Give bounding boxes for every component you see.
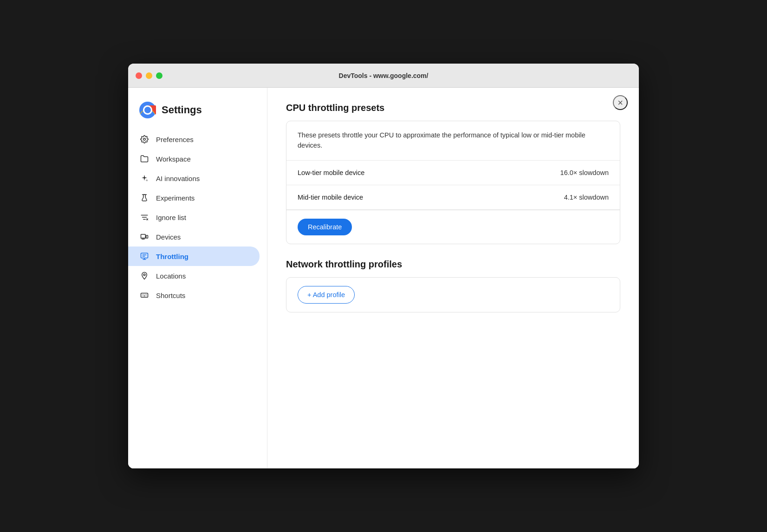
sidebar-item-ai-innovations[interactable]: AI innovations: [128, 169, 260, 188]
cpu-card-description: These presets throttle your CPU to appro…: [286, 121, 620, 161]
network-section-title: Network throttling profiles: [286, 259, 620, 270]
svg-rect-11: [146, 235, 148, 238]
network-throttling-card: + Add profile: [286, 277, 620, 312]
sidebar-item-experiments[interactable]: Experiments: [128, 188, 260, 208]
workspace-label: Workspace: [156, 155, 191, 163]
svg-point-2: [144, 107, 151, 113]
mid-tier-label: Mid-tier mobile device: [298, 194, 363, 201]
sidebar-item-throttling[interactable]: Throttling: [128, 247, 260, 266]
filter-x-icon: [139, 212, 150, 222]
devices-label: Devices: [156, 233, 181, 241]
svg-rect-16: [141, 293, 148, 298]
sidebar-item-locations[interactable]: Locations: [128, 266, 260, 285]
sidebar: Settings Preferences Workspa: [128, 88, 267, 468]
sidebar-item-workspace[interactable]: Workspace: [128, 149, 260, 169]
throttle-icon: [139, 251, 150, 261]
close-settings-button[interactable]: ×: [613, 95, 628, 110]
flask-icon: [139, 193, 150, 203]
sidebar-item-preferences[interactable]: Preferences: [128, 130, 260, 149]
traffic-lights: [136, 72, 162, 79]
recalibrate-button[interactable]: Recalibrate: [298, 219, 352, 235]
low-tier-label: Low-tier mobile device: [298, 169, 364, 176]
cpu-throttling-section: CPU throttling presets These presets thr…: [286, 103, 620, 244]
sidebar-item-devices[interactable]: Devices: [128, 227, 260, 247]
experiments-label: Experiments: [156, 194, 195, 202]
maximize-button[interactable]: [156, 72, 162, 79]
throttling-label: Throttling: [156, 253, 188, 260]
shortcuts-label: Shortcuts: [156, 292, 185, 299]
content-area: Settings Preferences Workspa: [128, 88, 639, 468]
low-tier-value: 16.0× slowdown: [560, 169, 609, 176]
locations-label: Locations: [156, 272, 186, 280]
cpu-section-title: CPU throttling presets: [286, 103, 620, 113]
settings-header: Settings: [128, 97, 267, 130]
main-content: × CPU throttling presets These presets t…: [267, 88, 639, 468]
ignore-list-label: Ignore list: [156, 214, 186, 221]
sparkle-icon: [139, 173, 150, 183]
cpu-throttling-card: These presets throttle your CPU to appro…: [286, 121, 620, 244]
devices-icon: [139, 232, 150, 242]
settings-title: Settings: [162, 104, 202, 116]
titlebar: DevTools - www.google.com/: [128, 64, 639, 88]
network-throttling-section: Network throttling profiles + Add profil…: [286, 259, 620, 312]
svg-rect-10: [141, 234, 146, 238]
minimize-button[interactable]: [146, 72, 152, 79]
svg-point-3: [143, 138, 146, 141]
svg-point-15: [143, 274, 145, 276]
window: DevTools - www.google.com/ Settings: [128, 64, 639, 468]
mid-tier-value: 4.1× slowdown: [564, 194, 609, 201]
ai-innovations-label: AI innovations: [156, 175, 200, 182]
card-actions: Recalibrate: [286, 210, 620, 244]
folder-icon: [139, 154, 150, 164]
keyboard-icon: [139, 290, 150, 300]
sidebar-item-ignore-list[interactable]: Ignore list: [128, 208, 260, 227]
close-button[interactable]: [136, 72, 142, 79]
preferences-label: Preferences: [156, 136, 194, 143]
svg-rect-14: [141, 253, 148, 258]
add-profile-button[interactable]: + Add profile: [298, 286, 355, 304]
gear-icon: [139, 134, 150, 144]
low-tier-row: Low-tier mobile device 16.0× slowdown: [286, 161, 620, 185]
window-title: DevTools - www.google.com/: [339, 72, 429, 79]
chrome-logo-icon: [139, 102, 156, 118]
sidebar-item-shortcuts[interactable]: Shortcuts: [128, 285, 260, 305]
pin-icon: [139, 271, 150, 281]
mid-tier-row: Mid-tier mobile device 4.1× slowdown: [286, 185, 620, 210]
